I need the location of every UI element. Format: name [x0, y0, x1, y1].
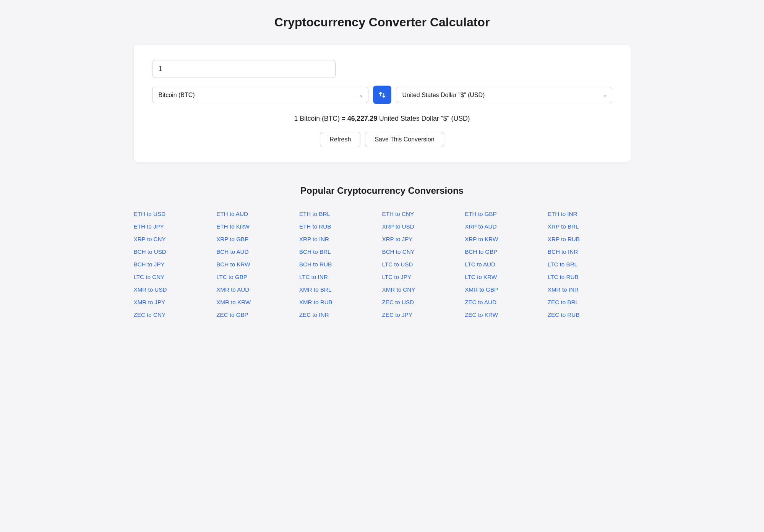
conversion-link[interactable]: XRP to RUB [548, 234, 631, 245]
page-container: Cryptocurrency Converter Calculator Bitc… [134, 15, 631, 320]
conversion-link[interactable]: BCH to RUB [299, 259, 382, 270]
from-currency-select[interactable]: Bitcoin (BTC) Ethereum (ETH) XRP (XRP) B… [152, 87, 354, 103]
conversion-link[interactable]: ZEC to RUB [548, 309, 631, 320]
conversion-link[interactable]: BCH to CNY [382, 246, 465, 257]
conversion-link[interactable]: ETH to KRW [216, 221, 299, 232]
conversion-link[interactable]: BCH to GBP [465, 246, 548, 257]
popular-title: Popular Cryptocurrency Conversions [134, 185, 631, 196]
conversion-link[interactable]: LTC to KRW [465, 271, 548, 282]
to-currency-wrapper: United States Dollar "$" (USD) Australia… [396, 87, 612, 103]
conversion-link[interactable]: LTC to CNY [134, 271, 217, 282]
swap-button[interactable] [373, 86, 391, 104]
conversion-link[interactable]: BCH to USD [134, 246, 217, 257]
conversion-link[interactable]: XRP to JPY [382, 234, 465, 245]
conversion-link[interactable]: BCH to JPY [134, 259, 217, 270]
result-equals: = [342, 115, 347, 122]
from-chevron-icon: ⌄ [354, 92, 368, 98]
conversion-link[interactable]: XRP to USD [382, 221, 465, 232]
to-chevron-icon: ⌄ [598, 92, 612, 98]
conversion-link[interactable]: BCH to BRL [299, 246, 382, 257]
to-currency-select[interactable]: United States Dollar "$" (USD) Australia… [396, 87, 598, 103]
from-currency-wrapper: Bitcoin (BTC) Ethereum (ETH) XRP (XRP) B… [152, 87, 368, 103]
conversion-link[interactable]: XMR to KRW [216, 297, 299, 308]
save-conversion-button[interactable]: Save This Conversion [365, 132, 444, 147]
conversion-link[interactable]: ETH to USD [134, 208, 217, 219]
conversion-link[interactable]: ZEC to GBP [216, 309, 299, 320]
conversion-link[interactable]: XMR to GBP [465, 284, 548, 295]
conversion-link[interactable]: XMR to CNY [382, 284, 465, 295]
conversions-grid: ETH to USDETH to AUDETH to BRLETH to CNY… [134, 208, 631, 320]
conversion-link[interactable]: ZEC to AUD [465, 297, 548, 308]
conversion-link[interactable]: XMR to BRL [299, 284, 382, 295]
conversion-link[interactable]: ZEC to BRL [548, 297, 631, 308]
conversion-link[interactable]: XRP to KRW [465, 234, 548, 245]
conversion-link[interactable]: ETH to CNY [382, 208, 465, 219]
conversion-link[interactable]: BCH to INR [548, 246, 631, 257]
page-title: Cryptocurrency Converter Calculator [134, 15, 631, 29]
selectors-row: Bitcoin (BTC) Ethereum (ETH) XRP (XRP) B… [152, 86, 612, 104]
converter-card: Bitcoin (BTC) Ethereum (ETH) XRP (XRP) B… [134, 45, 631, 162]
conversion-link[interactable]: ZEC to CNY [134, 309, 217, 320]
result-line: 1 Bitcoin (BTC) = 46,227.29 United State… [152, 115, 612, 123]
conversion-link[interactable]: ETH to BRL [299, 208, 382, 219]
conversion-link[interactable]: ETH to JPY [134, 221, 217, 232]
conversion-link[interactable]: ETH to AUD [216, 208, 299, 219]
result-from-text: 1 Bitcoin (BTC) [294, 115, 340, 122]
conversion-link[interactable]: ZEC to KRW [465, 309, 548, 320]
action-buttons: Refresh Save This Conversion [152, 132, 612, 147]
conversion-link[interactable]: ZEC to JPY [382, 309, 465, 320]
result-unit-text: United States Dollar "$" (USD) [379, 115, 470, 122]
conversion-link[interactable]: LTC to AUD [465, 259, 548, 270]
result-value: 46,227.29 [347, 115, 377, 122]
conversion-link[interactable]: LTC to JPY [382, 271, 465, 282]
conversion-link[interactable]: XMR to INR [548, 284, 631, 295]
conversion-link[interactable]: ZEC to USD [382, 297, 465, 308]
conversion-link[interactable]: XMR to USD [134, 284, 217, 295]
popular-section: Popular Cryptocurrency Conversions ETH t… [134, 185, 631, 320]
conversion-link[interactable]: XRP to BRL [548, 221, 631, 232]
conversion-link[interactable]: XMR to AUD [216, 284, 299, 295]
conversion-link[interactable]: LTC to INR [299, 271, 382, 282]
conversion-link[interactable]: XMR to JPY [134, 297, 217, 308]
conversion-link[interactable]: XRP to AUD [465, 221, 548, 232]
amount-input[interactable] [152, 60, 336, 78]
conversion-link[interactable]: XRP to INR [299, 234, 382, 245]
conversion-link[interactable]: BCH to AUD [216, 246, 299, 257]
conversion-link[interactable]: XRP to GBP [216, 234, 299, 245]
refresh-button[interactable]: Refresh [320, 132, 360, 147]
conversion-link[interactable]: BCH to KRW [216, 259, 299, 270]
conversion-link[interactable]: XRP to CNY [134, 234, 217, 245]
conversion-link[interactable]: ZEC to INR [299, 309, 382, 320]
conversion-link[interactable]: ETH to INR [548, 208, 631, 219]
swap-icon [378, 91, 386, 99]
conversion-link[interactable]: LTC to BRL [548, 259, 631, 270]
conversion-link[interactable]: LTC to RUB [548, 271, 631, 282]
conversion-link[interactable]: ETH to GBP [465, 208, 548, 219]
conversion-link[interactable]: LTC to GBP [216, 271, 299, 282]
conversion-link[interactable]: LTC to USD [382, 259, 465, 270]
conversion-link[interactable]: XMR to RUB [299, 297, 382, 308]
conversion-link[interactable]: ETH to RUB [299, 221, 382, 232]
